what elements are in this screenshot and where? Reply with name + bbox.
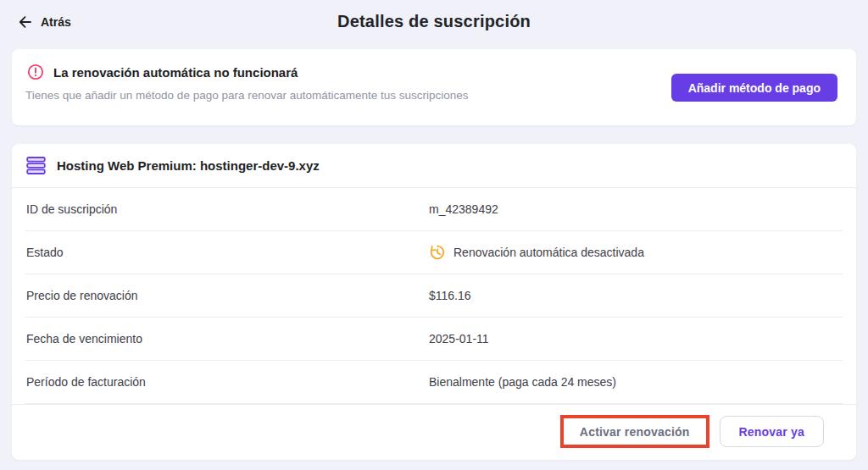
table-row-billing-period: Período de facturación Bienalmente (paga…: [25, 361, 843, 404]
page-title: Detalles de suscripción: [0, 0, 868, 31]
subscription-card-header: Hosting Web Premium: hostinger-dev-9.xyz: [12, 144, 856, 188]
row-label: Período de facturación: [26, 375, 429, 389]
red-highlight-annotation: Activar renovación: [560, 415, 709, 448]
renew-now-button[interactable]: Renovar ya: [720, 416, 824, 447]
add-payment-method-button[interactable]: Añadir método de pago: [671, 74, 837, 102]
row-label: Estado: [26, 246, 429, 259]
back-button[interactable]: Atrás: [17, 14, 71, 30]
back-label: Atrás: [41, 15, 71, 29]
row-value: $116.16: [429, 289, 471, 302]
subscription-card-footer: Activar renovación Renovar ya: [12, 404, 856, 458]
server-stack-icon: [26, 157, 46, 174]
page-header: Atrás Detalles de suscripción: [0, 0, 868, 47]
table-row-expiration-date: Fecha de vencimiento 2025-01-11: [25, 318, 843, 361]
row-label: Fecha de vencimiento: [26, 332, 429, 346]
table-row-status: Estado Renovación automática desactivada: [25, 231, 843, 274]
row-label: ID de suscripción: [26, 202, 429, 216]
history-clock-icon: [429, 244, 446, 261]
row-value: 2025-01-11: [429, 332, 489, 346]
row-value: Bienalmente (paga cada 24 meses): [429, 375, 616, 389]
subscription-details-card: Hosting Web Premium: hostinger-dev-9.xyz…: [12, 144, 856, 460]
table-row-subscription-id: ID de suscripción m_42389492: [25, 188, 843, 231]
row-label: Precio de renovación: [26, 289, 429, 302]
subscription-title: Hosting Web Premium: hostinger-dev-9.xyz: [57, 158, 320, 173]
alert-circle-icon: [27, 64, 44, 80]
activate-renewal-button[interactable]: Activar renovación: [564, 418, 706, 445]
payment-warning-banner: La renovación automática no funcionará T…: [12, 49, 856, 125]
row-value: m_42389492: [429, 202, 498, 216]
arrow-left-icon: [17, 14, 32, 30]
warning-title: La renovación automática no funcionará: [53, 65, 298, 80]
status-text: Renovación automática desactivada: [453, 246, 644, 259]
table-row-renewal-price: Precio de renovación $116.16: [25, 274, 843, 318]
status-value: Renovación automática desactivada: [429, 244, 644, 261]
